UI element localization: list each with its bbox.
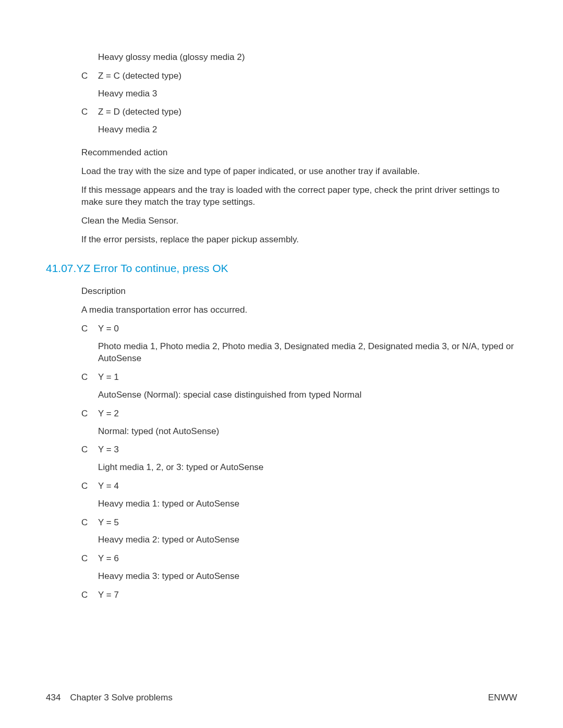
bullet-item: C Y = 0	[98, 323, 515, 335]
recommended-para: If the error persists, replace the paper…	[81, 233, 515, 246]
page-content: Heavy glossy media (glossy media 2) C Z …	[46, 46, 515, 607]
chapter-title: Chapter 3 Solve problems	[70, 692, 173, 704]
bullet-code: Y = 5	[98, 517, 119, 527]
circle-bullet-icon: C	[81, 589, 88, 601]
bullet-item: C Y = 5	[98, 516, 515, 529]
bullet-code: Y = 4	[98, 481, 119, 491]
bullet-detail: Light media 1, 2, or 3: typed or AutoSen…	[98, 461, 515, 474]
description-label: Description	[81, 285, 515, 298]
bullet-detail: Heavy media 2: typed or AutoSense	[98, 534, 515, 546]
bullet-code: Y = 7	[98, 590, 119, 600]
bullet-code: Y = 2	[98, 409, 119, 418]
circle-bullet-icon: C	[81, 371, 88, 384]
bullet-detail: Heavy media 3: typed or AutoSense	[98, 570, 515, 583]
bullet-detail: Heavy glossy media (glossy media 2)	[98, 51, 515, 64]
section-prior-continuation: Heavy glossy media (glossy media 2) C Z …	[46, 51, 515, 246]
section-41-07: Description A media transportation error…	[46, 285, 515, 601]
page-number: 434	[46, 692, 60, 704]
bullet-item: C Z = C (detected type)	[98, 70, 515, 82]
bullet-item: C Z = D (detected type)	[98, 106, 515, 118]
circle-bullet-icon: C	[81, 516, 88, 529]
bullet-detail: Heavy media 1: typed or AutoSense	[98, 498, 515, 510]
bullet-detail: Heavy media 3	[98, 88, 515, 100]
page-footer: 434 Chapter 3 Solve problems ENWW	[46, 692, 517, 704]
bullet-code: Y = 1	[98, 372, 119, 382]
footer-right: ENWW	[488, 692, 517, 704]
circle-bullet-icon: C	[81, 106, 88, 118]
bullet-item: C Y = 7	[98, 589, 515, 601]
bullet-code: Z = D (detected type)	[98, 107, 181, 117]
bullet-code: Y = 0	[98, 324, 119, 334]
bullet-detail: Photo media 1, Photo media 2, Photo medi…	[98, 340, 515, 365]
bullet-detail: AutoSense (Normal): special case disting…	[98, 389, 515, 401]
recommended-para: Load the tray with the size and type of …	[81, 165, 515, 178]
footer-left: 434 Chapter 3 Solve problems	[46, 692, 173, 704]
bullet-detail: Normal: typed (not AutoSense)	[98, 425, 515, 438]
circle-bullet-icon: C	[81, 552, 88, 565]
bullet-item: C Y = 2	[98, 408, 515, 420]
bullet-detail: Heavy media 2	[98, 124, 515, 136]
section-heading: 41.07.YZ Error To continue, press OK	[46, 261, 515, 276]
bullet-item: C Y = 6	[98, 552, 515, 565]
circle-bullet-icon: C	[81, 323, 88, 335]
circle-bullet-icon: C	[81, 443, 88, 456]
recommended-para: If this message appears and the tray is …	[81, 184, 515, 209]
circle-bullet-icon: C	[81, 480, 88, 492]
bullet-item: C Y = 3	[98, 443, 515, 456]
description-text: A media transportation error has occurre…	[81, 304, 515, 316]
circle-bullet-icon: C	[81, 70, 88, 82]
bullet-item: C Y = 1	[98, 371, 515, 384]
circle-bullet-icon: C	[81, 408, 88, 420]
bullet-item: C Y = 4	[98, 480, 515, 492]
bullet-code: Y = 3	[98, 445, 119, 454]
recommended-action-label: Recommended action	[81, 146, 515, 159]
bullet-code: Y = 6	[98, 553, 119, 563]
recommended-para: Clean the Media Sensor.	[81, 215, 515, 227]
bullet-code: Z = C (detected type)	[98, 71, 181, 81]
